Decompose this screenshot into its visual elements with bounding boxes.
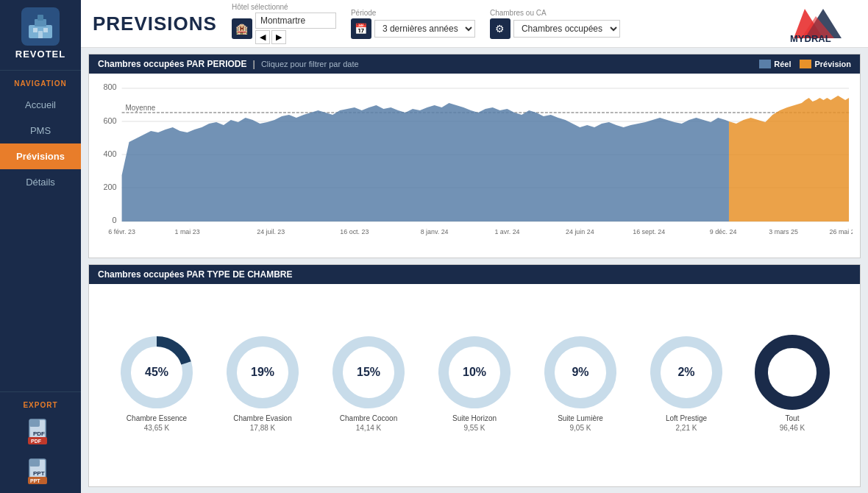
main-content: PREVISIONS Hôtel sélectionné 🏨 ◀ ▶ Pério…	[81, 0, 868, 493]
chart1-section: Chambres occupées PAR PERIODE | Cliquez …	[88, 54, 861, 258]
donut-suite-lumiere: 9% Suite Lumière 9,05 K	[540, 332, 621, 432]
chart1-area[interactable]: 800 600 400 200 0 Moyenne	[89, 74, 860, 258]
donut-value-5: 9,05 K	[570, 424, 591, 432]
donut-name-3: Chambre Cocoon	[340, 414, 397, 422]
donut-chambre-essence: 45% Chambre Essence 43,65 K	[116, 332, 197, 432]
donut-pct-7: 100%	[778, 366, 808, 379]
donuts-row: 45% Chambre Essence 43,65 K 19%	[89, 284, 860, 479]
svg-text:6 févr. 23: 6 févr. 23	[108, 228, 135, 235]
donut-center-1: 45%	[145, 366, 168, 379]
svg-text:26 mai 25: 26 mai 25	[830, 228, 853, 235]
donut-loft-prestige: 2% Loft Prestige 2,21 K	[646, 332, 727, 432]
legend-prevision-label: Prévision	[814, 60, 851, 68]
donut-value-4: 9,55 K	[464, 424, 485, 432]
svg-text:PPT: PPT	[33, 470, 45, 477]
svg-rect-2	[38, 15, 43, 21]
hotel-prev-button[interactable]: ◀	[255, 30, 270, 44]
hotel-control: Hôtel sélectionné 🏨 ◀ ▶	[232, 3, 336, 44]
donut-center-4: 10%	[463, 366, 486, 379]
donut-tout: 100% Tout 96,46 K	[752, 332, 833, 432]
svg-rect-5	[38, 31, 43, 38]
periode-label: Période	[351, 9, 475, 17]
logo-icon	[21, 7, 60, 46]
chambre-control: Chambres ou CA ⚙ Chambres occupées	[490, 9, 620, 39]
legend-prevision: Prévision	[800, 60, 851, 68]
donut-container-6: 2%	[646, 332, 727, 413]
donut-center-7: 100%	[778, 366, 808, 379]
donut-name-5: Suite Lumière	[558, 414, 603, 422]
sidebar-item-accueil[interactable]: Accueil	[0, 92, 81, 118]
sidebar-item-pms[interactable]: PMS	[0, 118, 81, 143]
donut-pct-3: 15%	[357, 366, 380, 379]
svg-text:24 juil. 23: 24 juil. 23	[257, 228, 285, 235]
donut-name-1: Chambre Essence	[127, 414, 187, 422]
chambre-select[interactable]: Chambres occupées	[513, 20, 620, 38]
hotel-input[interactable]	[255, 13, 336, 29]
donut-center-2: 19%	[251, 366, 274, 379]
hotel-next-button[interactable]: ▶	[271, 30, 286, 44]
svg-rect-3	[33, 28, 38, 32]
chart1-title: Chambres occupées PAR PERIODE	[98, 59, 247, 69]
hotel-icon: 🏨	[232, 18, 252, 39]
donut-chambre-cocoon: 15% Chambre Cocoon 14,14 K	[328, 332, 409, 432]
page-title: PREVISIONS	[93, 13, 217, 35]
donut-name-2: Chambre Evasion	[233, 414, 291, 422]
svg-text:Moyenne: Moyenne	[126, 104, 156, 112]
legend-prevision-box	[800, 60, 811, 68]
chart1-header: Chambres occupées PAR PERIODE | Cliquez …	[89, 54, 860, 74]
svg-text:3 mars 25: 3 mars 25	[769, 228, 798, 235]
chart2-section: Chambres occupées PAR TYPE DE CHAMBRE 45…	[88, 264, 861, 487]
svg-text:200: 200	[104, 182, 117, 191]
donut-value-3: 14,14 K	[356, 424, 381, 432]
dashboard: Chambres occupées PAR PERIODE | Cliquez …	[81, 48, 868, 493]
periode-control: Période 📅 3 dernières années	[351, 9, 475, 39]
svg-text:800: 800	[104, 82, 117, 91]
chart2-header: Chambres occupées PAR TYPE DE CHAMBRE	[89, 265, 860, 284]
ppt-export-button[interactable]: PPT PPT	[22, 453, 59, 493]
svg-text:PDF: PDF	[33, 430, 45, 437]
sidebar-item-details[interactable]: Détails	[0, 169, 81, 195]
chambre-label: Chambres ou CA	[490, 9, 620, 17]
svg-text:9 déc. 24: 9 déc. 24	[710, 228, 737, 235]
logo-text: REVOTEL	[15, 49, 65, 60]
donut-container-1: 45%	[116, 332, 197, 413]
sidebar-item-previsions[interactable]: Prévisions	[0, 143, 81, 169]
donut-value-2: 17,88 K	[250, 424, 275, 432]
donut-container-5: 9%	[540, 332, 621, 413]
svg-rect-4	[43, 28, 48, 32]
sidebar: REVOTEL NAVIGATION Accueil PMS Prévision…	[0, 0, 81, 493]
nav-label: NAVIGATION	[0, 70, 81, 92]
svg-text:600: 600	[104, 116, 117, 125]
export-label: EXPORT	[0, 391, 81, 414]
donut-name-7: Tout	[786, 414, 800, 422]
pdf-export-button[interactable]: PDF PDF	[22, 414, 59, 453]
donut-container-2: 19%	[222, 332, 303, 413]
chart1-hint: Cliquez pour filtrer par date	[261, 60, 359, 68]
hotel-label: Hôtel sélectionné	[232, 3, 336, 11]
svg-text:16 sept. 24: 16 sept. 24	[633, 228, 665, 235]
svg-text:1 avr. 24: 1 avr. 24	[494, 228, 519, 235]
top-header: PREVISIONS Hôtel sélectionné 🏨 ◀ ▶ Pério…	[81, 0, 868, 48]
svg-text:1 mai 23: 1 mai 23	[175, 228, 200, 235]
svg-text:400: 400	[104, 149, 117, 158]
filter-icon: ⚙	[490, 18, 511, 39]
svg-rect-7	[29, 419, 40, 427]
chart1-svg: 800 600 400 200 0 Moyenne	[96, 79, 853, 241]
svg-text:0: 0	[113, 216, 117, 224]
donut-name-4: Suite Horizon	[452, 414, 497, 422]
donut-pct-2: 19%	[251, 366, 274, 379]
donut-container-4: 10%	[434, 332, 515, 413]
donut-chambre-evasion: 19% Chambre Evasion 17,88 K	[222, 332, 303, 432]
legend-reel-label: Réel	[774, 60, 791, 68]
calendar-icon: 📅	[351, 18, 371, 39]
donut-pct-6: 2%	[677, 366, 694, 379]
logo-area: REVOTEL	[0, 0, 81, 67]
svg-text:MYDRAL: MYDRAL	[790, 33, 831, 42]
donut-center-3: 15%	[357, 366, 380, 379]
donut-center-5: 9%	[572, 366, 588, 379]
donut-value-1: 43,65 K	[144, 424, 169, 432]
donut-container-7: 100%	[752, 332, 833, 413]
periode-select[interactable]: 3 dernières années	[374, 20, 475, 38]
svg-text:PDF: PDF	[31, 439, 42, 444]
svg-text:PPT: PPT	[30, 478, 40, 483]
